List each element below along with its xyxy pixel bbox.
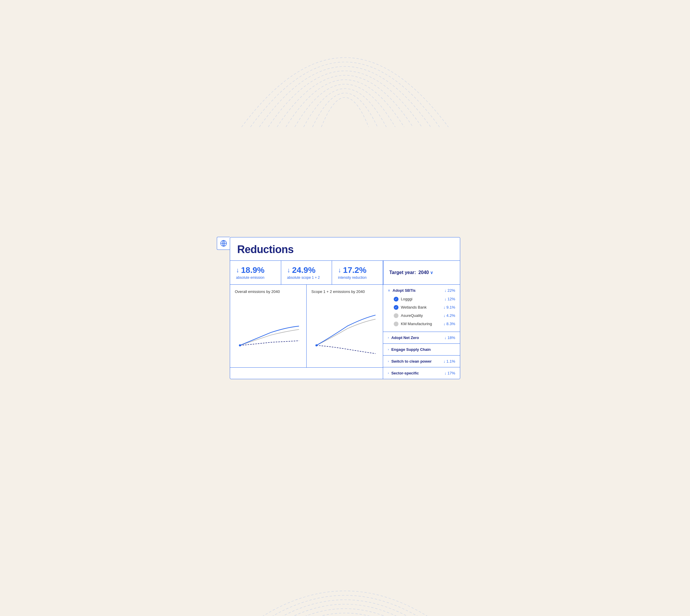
- sub-item-km-pct: ↓ 8.3%: [444, 322, 455, 326]
- target-year-selector[interactable]: 2040 ∨: [418, 270, 433, 275]
- engage-supply-chain-header[interactable]: › Engage Supply Chain: [388, 347, 455, 352]
- chevron-down-icon: ∨: [430, 270, 433, 275]
- stat-absolute-emission: ↓ 18.9% absolute emission: [230, 261, 281, 284]
- bg-arcs-bottom: [212, 545, 478, 616]
- stat-value-1: ↓ 18.9%: [236, 265, 275, 275]
- sector-specific-pct: ↓ 17%: [445, 371, 455, 375]
- sector-specific-title: Sector-specific: [391, 371, 419, 375]
- chart-title-1: Overall emissions by 2040: [235, 289, 302, 294]
- target-label: Target year:: [389, 270, 416, 275]
- sub-item-wetlands-name: Wetlands Bank: [401, 305, 427, 309]
- sub-item-km-name: KM Manufacturing: [401, 322, 432, 326]
- adopt-sbtis-header[interactable]: ∨ Adopt SBTIs ↓ 22%: [388, 288, 455, 293]
- content-area: Overall emissions by 2040: [230, 285, 460, 379]
- sub-item-wetlands: ✓ Wetlands Bank ↓ 9.1%: [388, 303, 455, 311]
- stat-arrow-2: ↓: [287, 266, 290, 274]
- stat-value-3: ↓ 17.2%: [338, 265, 377, 275]
- action-item-clean-power: › Switch to clean power ↓ 1.1%: [383, 355, 460, 367]
- main-card: Reductions ↓ 18.9% absolute emission ↓ 2…: [230, 237, 460, 379]
- sub-item-logggi: ✓ Logggi ↓ 12%: [388, 295, 455, 303]
- sub-item-km: KM Manufacturing ↓ 8.3%: [388, 320, 455, 328]
- globe-icon: [220, 240, 227, 247]
- stat-number-1: 18.9%: [241, 265, 264, 275]
- chart-overall-emissions: Overall emissions by 2040: [230, 285, 307, 367]
- sub-item-asurequality-pct: ↓ 4.2%: [444, 313, 455, 318]
- sub-item-wetlands-left: ✓ Wetlands Bank: [394, 305, 427, 310]
- adopt-sbtis-header-left: ∨ Adopt SBTIs: [388, 288, 416, 293]
- circle-empty-km: [394, 322, 398, 326]
- stat-number-3: 17.2%: [343, 265, 366, 275]
- action-panel: ∨ Adopt SBTIs ↓ 22% ✓ Logggi ↓ 12%: [383, 285, 460, 379]
- circle-empty-asurequality: [394, 313, 398, 318]
- sub-item-logggi-name: Logggi: [401, 297, 412, 301]
- sub-item-logggi-pct: ↓ 12%: [445, 297, 455, 301]
- target-year-value: 2040: [418, 270, 429, 275]
- charts-section: Overall emissions by 2040: [230, 285, 383, 379]
- stat-value-2: ↓ 24.9%: [287, 265, 326, 275]
- adopt-sbtis-pct: ↓ 22%: [445, 288, 455, 293]
- sub-item-asurequality-name: AsureQuality: [401, 313, 423, 318]
- check-icon-logggi: ✓: [394, 297, 398, 302]
- engage-supply-chain-title: Engage Supply Chain: [391, 347, 431, 352]
- clean-power-pct: ↓ 1.1%: [444, 359, 455, 364]
- target-cell: Target year: 2040 ∨: [383, 261, 460, 284]
- action-item-sector-specific: › Sector-specific ↓ 17%: [383, 367, 460, 379]
- adopt-net-zero-pct: ↓ 18%: [445, 335, 455, 340]
- clean-power-header-left: › Switch to clean power: [388, 359, 432, 364]
- stat-label-1: absolute emission: [236, 276, 275, 280]
- stats-row: ↓ 18.9% absolute emission ↓ 24.9% absolu…: [230, 261, 460, 285]
- chevron-right-icon-cp: ›: [388, 359, 389, 363]
- clean-power-header[interactable]: › Switch to clean power ↓ 1.1%: [388, 359, 455, 364]
- stat-arrow-3: ↓: [338, 266, 341, 274]
- sector-specific-header[interactable]: › Sector-specific ↓ 17%: [388, 371, 455, 375]
- chart-scope12-emissions: Scope 1 + 2 emissions by 2040: [307, 285, 383, 367]
- engage-supply-chain-header-left: › Engage Supply Chain: [388, 347, 431, 352]
- stat-absolute-scope: ↓ 24.9% absolute scope 1 + 2: [281, 261, 332, 284]
- page-title: Reductions: [237, 243, 453, 256]
- chart-svg-2: [311, 296, 378, 361]
- chevron-expand-icon: ∨: [388, 288, 390, 292]
- sub-item-asurequality: AsureQuality ↓ 4.2%: [388, 311, 455, 320]
- card-header: Reductions: [230, 237, 460, 261]
- action-item-engage-supply-chain: › Engage Supply Chain: [383, 344, 460, 355]
- chevron-right-icon-nz: ›: [388, 336, 389, 339]
- stat-label-2: absolute scope 1 + 2: [287, 276, 326, 280]
- globe-icon-wrapper: [217, 237, 230, 250]
- stat-intensity: ↓ 17.2% intensity reduction: [332, 261, 383, 284]
- charts-row: Overall emissions by 2040: [230, 285, 383, 368]
- stat-arrow-1: ↓: [236, 266, 239, 274]
- sub-item-asurequality-left: AsureQuality: [394, 313, 423, 318]
- svg-point-5: [316, 344, 318, 346]
- adopt-net-zero-header[interactable]: › Adopt Net Zero ↓ 18%: [388, 335, 455, 340]
- clean-power-title: Switch to clean power: [391, 359, 432, 364]
- adopt-net-zero-title: Adopt Net Zero: [391, 335, 419, 340]
- action-item-adopt-sbtis: ∨ Adopt SBTIs ↓ 22% ✓ Logggi ↓ 12%: [383, 285, 460, 332]
- adopt-sbtis-sub-items: ✓ Logggi ↓ 12% ✓ Wetlands Bank ↓ 9.1%: [388, 295, 455, 328]
- chart-title-2: Scope 1 + 2 emissions by 2040: [311, 289, 378, 294]
- sub-item-logggi-left: ✓ Logggi: [394, 297, 412, 302]
- stat-number-2: 24.9%: [292, 265, 316, 275]
- sub-item-wetlands-pct: ↓ 9.1%: [444, 305, 455, 309]
- adopt-net-zero-header-left: › Adopt Net Zero: [388, 335, 419, 340]
- check-icon-wetlands: ✓: [394, 305, 398, 310]
- sector-specific-header-left: › Sector-specific: [388, 371, 419, 375]
- stat-label-3: intensity reduction: [338, 276, 377, 280]
- chart-svg-1: [235, 296, 302, 361]
- bg-arcs-top: [212, 0, 478, 130]
- chevron-right-icon-ss: ›: [388, 371, 389, 375]
- adopt-sbtis-title: Adopt SBTIs: [392, 288, 416, 293]
- chevron-right-icon-esc: ›: [388, 348, 389, 351]
- action-item-adopt-net-zero: › Adopt Net Zero ↓ 18%: [383, 332, 460, 344]
- sub-item-km-left: KM Manufacturing: [394, 322, 432, 326]
- svg-point-4: [239, 344, 241, 346]
